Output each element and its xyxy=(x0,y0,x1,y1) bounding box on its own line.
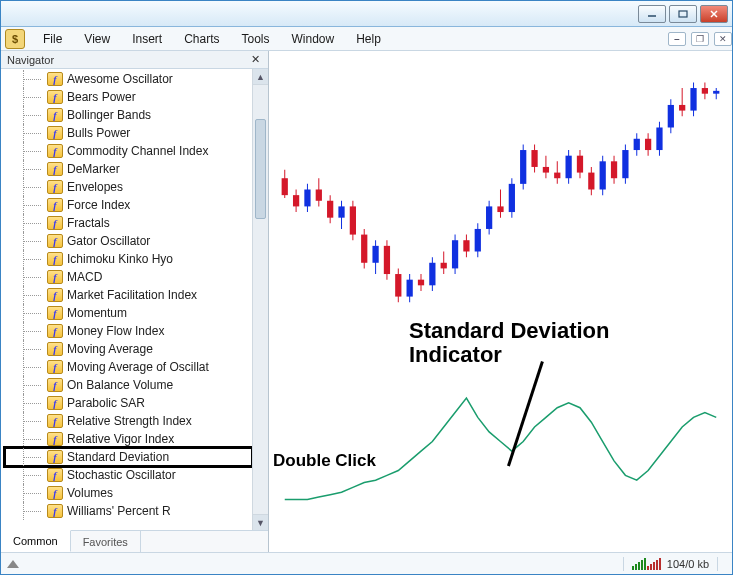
window-maximize-button[interactable] xyxy=(669,5,697,23)
navigator-close-button[interactable]: ✕ xyxy=(247,53,264,66)
mdi-restore-button[interactable]: ❐ xyxy=(691,32,709,46)
menu-help[interactable]: Help xyxy=(346,30,391,48)
status-expand-icon[interactable] xyxy=(7,560,19,568)
chart-area[interactable]: Standard Deviation Indicator Double Clic… xyxy=(269,51,732,552)
navigator-item-market-facilitation-index[interactable]: fMarket Facilitation Index xyxy=(5,286,252,304)
svg-rect-37 xyxy=(463,240,469,251)
navigator-item-relative-vigor-index[interactable]: fRelative Vigor Index xyxy=(5,430,252,448)
menu-window[interactable]: Window xyxy=(282,30,345,48)
navigator-item-momentum[interactable]: fMomentum xyxy=(5,304,252,322)
svg-rect-17 xyxy=(350,206,356,234)
indicator-icon: f xyxy=(47,432,63,446)
mdi-minimize-button[interactable]: ‒ xyxy=(668,32,686,46)
navigator-item-label: Moving Average of Oscillat xyxy=(67,360,252,374)
navigator-scrollbar[interactable]: ▲ ▼ xyxy=(252,69,268,530)
navigator-item-label: Awesome Oscillator xyxy=(67,72,252,86)
navigator-item-bulls-power[interactable]: fBulls Power xyxy=(5,124,252,142)
navigator-item-commodity-channel-index[interactable]: fCommodity Channel Index xyxy=(5,142,252,160)
navigator-item-label: Envelopes xyxy=(67,180,252,194)
indicator-icon: f xyxy=(47,486,63,500)
app-icon: $ xyxy=(5,29,25,49)
navigator-item-volumes[interactable]: fVolumes xyxy=(5,484,252,502)
window-minimize-button[interactable] xyxy=(638,5,666,23)
navigator-item-parabolic-sar[interactable]: fParabolic SAR xyxy=(5,394,252,412)
svg-rect-9 xyxy=(304,189,310,206)
svg-rect-49 xyxy=(531,150,537,167)
navigator-item-label: MACD xyxy=(67,270,252,284)
navigator-item-moving-average[interactable]: fMoving Average xyxy=(5,340,252,358)
navigator-item-label: Gator Oscillator xyxy=(67,234,252,248)
svg-rect-59 xyxy=(588,173,594,190)
window-close-button[interactable] xyxy=(700,5,728,23)
svg-rect-61 xyxy=(600,161,606,189)
svg-rect-27 xyxy=(407,280,413,297)
scroll-up-button[interactable]: ▲ xyxy=(253,69,268,85)
menu-tools[interactable]: Tools xyxy=(232,30,280,48)
indicator-icon: f xyxy=(47,180,63,194)
navigator-item-fractals[interactable]: fFractals xyxy=(5,214,252,232)
status-kb: 104/0 kb xyxy=(667,558,709,570)
navigator-item-label: Bollinger Bands xyxy=(67,108,252,122)
svg-rect-67 xyxy=(634,139,640,150)
indicator-icon: f xyxy=(47,162,63,176)
menu-insert[interactable]: Insert xyxy=(122,30,172,48)
navigator-item-label: Moving Average xyxy=(67,342,252,356)
menu-charts[interactable]: Charts xyxy=(174,30,229,48)
scroll-thumb[interactable] xyxy=(255,119,266,219)
navigator-item-macd[interactable]: fMACD xyxy=(5,268,252,286)
svg-rect-5 xyxy=(282,178,288,195)
tab-favorites[interactable]: Favorites xyxy=(71,531,141,552)
navigator-item-relative-strength-index[interactable]: fRelative Strength Index xyxy=(5,412,252,430)
navigator-item-label: Ichimoku Kinko Hyo xyxy=(67,252,252,266)
tab-common[interactable]: Common xyxy=(1,530,71,552)
svg-rect-75 xyxy=(679,105,685,111)
svg-rect-21 xyxy=(372,246,378,263)
indicator-icon: f xyxy=(47,126,63,140)
svg-rect-63 xyxy=(611,161,617,178)
svg-rect-19 xyxy=(361,235,367,263)
indicator-icon: f xyxy=(47,414,63,428)
navigator-titlebar: Navigator ✕ xyxy=(1,51,268,69)
navigator-item-label: On Balance Volume xyxy=(67,378,252,392)
navigator-item-label: Stochastic Oscillator xyxy=(67,468,252,482)
svg-rect-13 xyxy=(327,201,333,218)
navigator-item-awesome-oscillator[interactable]: fAwesome Oscillator xyxy=(5,70,252,88)
menubar: $ File View Insert Charts Tools Window H… xyxy=(1,27,732,51)
connection-bars-icon xyxy=(632,558,661,570)
navigator-item-demarker[interactable]: fDeMarker xyxy=(5,160,252,178)
scroll-down-button[interactable]: ▼ xyxy=(253,514,268,530)
menu-view[interactable]: View xyxy=(74,30,120,48)
navigator-item-standard-deviation[interactable]: fStandard Deviation xyxy=(5,448,252,466)
svg-rect-77 xyxy=(690,88,696,111)
indicator-icon: f xyxy=(47,396,63,410)
navigator-item-money-flow-index[interactable]: fMoney Flow Index xyxy=(5,322,252,340)
indicator-icon: f xyxy=(47,450,63,464)
svg-rect-1 xyxy=(679,11,687,17)
chart-canvas xyxy=(269,51,732,554)
navigator-item-on-balance-volume[interactable]: fOn Balance Volume xyxy=(5,376,252,394)
navigator-tabs: Common Favorites xyxy=(1,530,268,552)
indicator-icon: f xyxy=(47,90,63,104)
menu-file[interactable]: File xyxy=(33,30,72,48)
navigator-item-stochastic-oscillator[interactable]: fStochastic Oscillator xyxy=(5,466,252,484)
navigator-item-moving-average-of-oscillat[interactable]: fMoving Average of Oscillat xyxy=(5,358,252,376)
navigator-item-gator-oscillator[interactable]: fGator Oscillator xyxy=(5,232,252,250)
indicator-icon: f xyxy=(47,108,63,122)
indicator-icon: f xyxy=(47,144,63,158)
navigator-item-envelopes[interactable]: fEnvelopes xyxy=(5,178,252,196)
indicator-icon: f xyxy=(47,360,63,374)
indicator-icon: f xyxy=(47,378,63,392)
navigator-item-label: Relative Strength Index xyxy=(67,414,252,428)
svg-rect-47 xyxy=(520,150,526,184)
navigator-item-bears-power[interactable]: fBears Power xyxy=(5,88,252,106)
navigator-item-ichimoku-kinko-hyo[interactable]: fIchimoku Kinko Hyo xyxy=(5,250,252,268)
navigator-item-force-index[interactable]: fForce Index xyxy=(5,196,252,214)
navigator-item-label: Market Facilitation Index xyxy=(67,288,252,302)
navigator-item-bollinger-bands[interactable]: fBollinger Bands xyxy=(5,106,252,124)
navigator-tree[interactable]: fAwesome OscillatorfBears PowerfBollinge… xyxy=(1,69,252,530)
mdi-close-button[interactable]: ✕ xyxy=(714,32,732,46)
indicator-icon: f xyxy=(47,504,63,518)
svg-rect-41 xyxy=(486,206,492,229)
navigator-item-williams-percent-r[interactable]: fWilliams' Percent R xyxy=(5,502,252,520)
indicator-icon: f xyxy=(47,72,63,86)
